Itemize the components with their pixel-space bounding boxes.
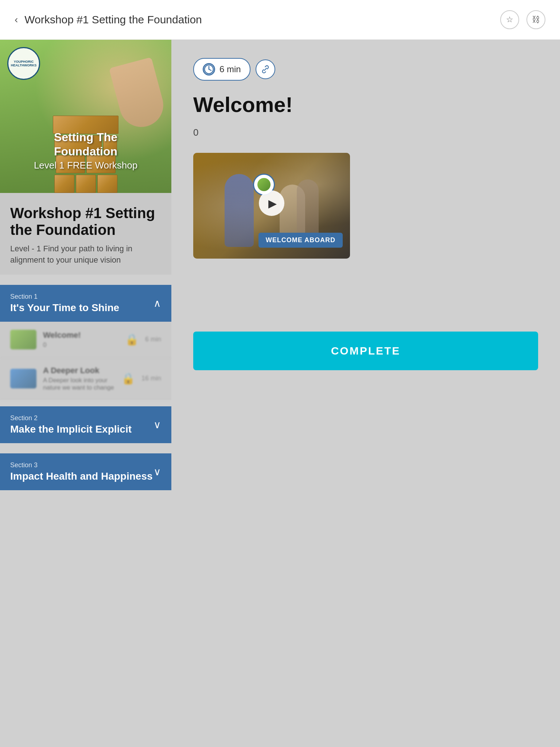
lock-icon-2: 🔒 xyxy=(121,372,135,385)
workshop-title-area: Workshop #1 Setting the Foundation Level… xyxy=(0,193,171,275)
lesson-thumb-2 xyxy=(10,369,36,388)
lesson-info: Welcome! 0 xyxy=(43,330,118,349)
svg-line-2 xyxy=(209,69,211,70)
section-1-info: Section 1 It's Your Time to Shine xyxy=(10,293,119,314)
hero-title-line1: Setting The Foundation xyxy=(27,130,144,158)
left-panel: YOUPHORIC HEALTHWORKS xyxy=(0,40,171,490)
section-3-header[interactable]: Section 3 Impact Health and Happiness ∨ xyxy=(0,453,171,490)
welcome-heading: Welcome! xyxy=(193,92,538,117)
lesson-item-welcome[interactable]: Welcome! 0 🔒 6 min xyxy=(0,322,171,358)
content-meta: 6 min xyxy=(193,58,538,81)
section-3-info: Section 3 Impact Health and Happiness xyxy=(10,461,153,482)
link-button[interactable] xyxy=(256,59,275,79)
share-button[interactable]: ⛓ xyxy=(526,10,545,29)
section-3-chevron: ∨ xyxy=(153,466,161,478)
block xyxy=(97,175,117,193)
lesson-info-2: A Deeper Look A Deeper look into your na… xyxy=(43,366,115,391)
section-1-header[interactable]: Section 1 It's Your Time to Shine ∧ xyxy=(0,285,171,322)
workshop-title: Workshop #1 Setting the Foundation xyxy=(10,205,161,238)
welcome-aboard-banner: WELCOME ABOARD xyxy=(258,233,343,248)
lesson-name: Welcome! xyxy=(43,330,118,340)
bookmark-icon: ☆ xyxy=(506,15,513,24)
section-1-number: Section 1 xyxy=(10,293,119,301)
clock-icon xyxy=(203,63,215,76)
content-zero: 0 xyxy=(193,127,538,138)
hero-subtitle: Level 1 FREE Workshop xyxy=(27,160,144,171)
time-label: 6 min xyxy=(219,64,241,74)
lesson-item-deeper[interactable]: A Deeper Look A Deeper look into your na… xyxy=(0,358,171,400)
video-thumbnail[interactable]: ▶ WELCOME ABOARD xyxy=(193,153,350,259)
section-2-header[interactable]: Section 2 Make the Implicit Explicit ∨ xyxy=(0,406,171,443)
lesson-desc: 0 xyxy=(43,341,118,349)
lock-icon: 🔒 xyxy=(125,333,139,346)
section-2-title: Make the Implicit Explicit xyxy=(10,423,132,435)
lesson-name-2: A Deeper Look xyxy=(43,366,115,375)
section-2-chevron: ∨ xyxy=(153,419,161,431)
section-1-content: Welcome! 0 🔒 6 min A Deeper Look A Deepe… xyxy=(0,322,171,400)
main-content: YOUPHORIC HEALTHWORKS xyxy=(0,40,560,490)
time-badge: 6 min xyxy=(193,58,250,81)
play-button[interactable]: ▶ xyxy=(259,190,284,216)
section-3-number: Section 3 xyxy=(10,461,153,469)
header: ‹ Workshop #1 Setting the Foundation ☆ ⛓ xyxy=(0,0,560,40)
lesson-desc-2: A Deeper look into your nature we want t… xyxy=(43,377,115,391)
complete-button[interactable]: COMPLETE xyxy=(193,332,538,370)
lesson-duration: 6 min xyxy=(145,336,161,343)
block xyxy=(54,175,74,193)
header-left: ‹ Workshop #1 Setting the Foundation xyxy=(15,13,202,26)
hero-image: YOUPHORIC HEALTHWORKS xyxy=(0,40,171,193)
play-icon: ▶ xyxy=(268,197,277,210)
spacer xyxy=(193,259,538,317)
right-panel: 6 min Welcome! 0 ▶ xyxy=(171,40,560,490)
lesson-thumb xyxy=(10,330,36,349)
workshop-subtitle: Level - 1 Find your path to living in al… xyxy=(10,243,161,266)
section-1-title: It's Your Time to Shine xyxy=(10,302,119,314)
section-2-info: Section 2 Make the Implicit Explicit xyxy=(10,414,132,435)
header-icons: ☆ ⛓ xyxy=(500,10,545,29)
logo-text: YOUPHORIC HEALTHWORKS xyxy=(11,60,36,67)
hero-logo: YOUPHORIC HEALTHWORKS xyxy=(7,47,40,80)
section-2-number: Section 2 xyxy=(10,414,132,422)
share-icon: ⛓ xyxy=(532,15,540,24)
complete-btn-area: COMPLETE xyxy=(193,332,538,370)
hero-text-overlay: Setting The Foundation Level 1 FREE Work… xyxy=(27,130,144,171)
section-3-title: Impact Health and Happiness xyxy=(10,471,153,482)
block-row-4 xyxy=(54,175,117,193)
header-title: Workshop #1 Setting the Foundation xyxy=(24,13,202,26)
block xyxy=(76,175,96,193)
lesson-duration-2: 16 min xyxy=(141,375,161,382)
section-1-chevron: ∧ xyxy=(153,297,161,309)
back-button[interactable]: ‹ xyxy=(15,14,18,26)
bookmark-button[interactable]: ☆ xyxy=(500,10,519,29)
